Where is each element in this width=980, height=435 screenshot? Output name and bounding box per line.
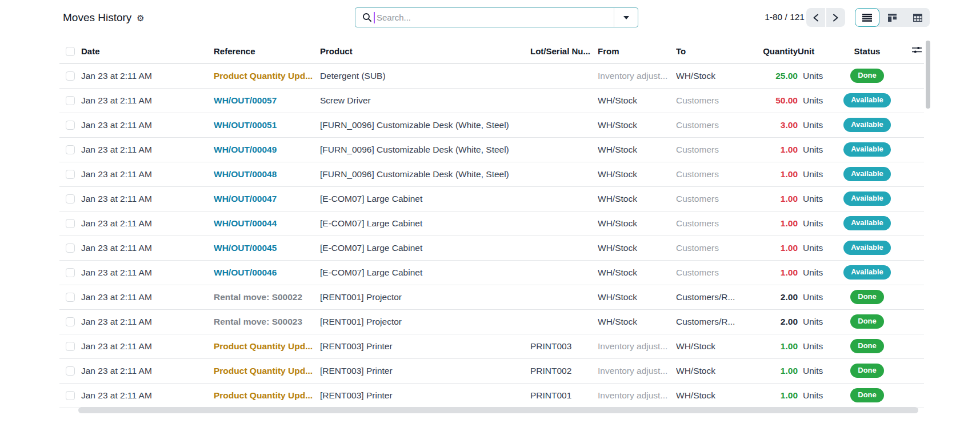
cell-reference[interactable]: Rental move: S00023 [214, 309, 320, 334]
cell-lot-serial [530, 162, 598, 186]
cell-from: WH/Stock [598, 186, 676, 211]
column-header-from[interactable]: From [598, 39, 676, 63]
cell-quantity: 50.00 [760, 88, 798, 113]
table-row[interactable]: Jan 23 at 2:11 AM Rental move: S00022 [R… [59, 285, 924, 309]
table-row[interactable]: Jan 23 at 2:11 AM Product Quantity Upd..… [59, 63, 924, 88]
cell-date: Jan 23 at 2:11 AM [81, 137, 214, 162]
row-checkbox[interactable] [66, 317, 75, 326]
column-header-status[interactable]: Status [833, 39, 901, 63]
search-bar[interactable]: Search... [355, 7, 638, 27]
table-row[interactable]: Jan 23 at 2:11 AM WH/OUT/00047 [E-COM07]… [59, 186, 924, 211]
row-checkbox[interactable] [66, 366, 75, 376]
table-row[interactable]: Jan 23 at 2:11 AM Product Quantity Upd..… [59, 358, 924, 383]
column-header-quantity[interactable]: Quantity [760, 39, 798, 63]
table-row[interactable]: Jan 23 at 2:11 AM Rental move: S00023 [R… [59, 309, 924, 334]
status-badge: Done [850, 388, 884, 402]
cell-to: Customers [676, 88, 760, 113]
cell-to: Customers [676, 211, 760, 236]
column-header-unit[interactable]: Unit [798, 39, 833, 63]
pivot-icon [913, 14, 922, 22]
table-row[interactable]: Jan 23 at 2:11 AM WH/OUT/00045 [E-COM07]… [59, 236, 924, 260]
table-row[interactable]: Jan 23 at 2:11 AM WH/OUT/00051 [FURN_009… [59, 113, 924, 137]
search-options-toggle[interactable] [614, 8, 638, 27]
row-checkbox[interactable] [66, 391, 75, 400]
cell-date: Jan 23 at 2:11 AM [81, 358, 214, 383]
cell-quantity: 1.00 [760, 162, 798, 186]
row-checkbox[interactable] [66, 293, 75, 302]
row-checkbox[interactable] [66, 71, 75, 81]
cell-date: Jan 23 at 2:11 AM [81, 236, 214, 260]
column-header-product[interactable]: Product [320, 39, 530, 63]
pivot-view-button[interactable] [905, 8, 930, 27]
horizontal-scrollbar[interactable] [78, 407, 918, 413]
cell-reference[interactable]: Product Quantity Upd... [214, 334, 320, 358]
reference-link[interactable]: Product Quantity Upd... [214, 366, 313, 376]
cell-reference[interactable]: WH/OUT/00047 [214, 186, 320, 211]
reference-link[interactable]: Product Quantity Upd... [214, 341, 313, 351]
table-row[interactable]: Jan 23 at 2:11 AM WH/OUT/00049 [FURN_009… [59, 137, 924, 162]
reference-link[interactable]: WH/OUT/00051 [214, 120, 277, 130]
row-checkbox[interactable] [66, 342, 75, 351]
table-row[interactable]: Jan 23 at 2:11 AM WH/OUT/00057 Screw Dri… [59, 88, 924, 113]
optional-columns-icon[interactable] [912, 46, 922, 54]
reference-link[interactable]: Rental move: S00023 [214, 317, 302, 326]
search-input[interactable]: Search... [355, 8, 614, 27]
reference-link[interactable]: Product Quantity Upd... [214, 71, 313, 81]
cell-reference[interactable]: Rental move: S00022 [214, 285, 320, 309]
table-row[interactable]: Jan 23 at 2:11 AM Product Quantity Upd..… [59, 334, 924, 358]
cell-reference[interactable]: WH/OUT/00046 [214, 260, 320, 285]
cell-reference[interactable]: WH/OUT/00048 [214, 162, 320, 186]
column-header-date[interactable]: Date [81, 39, 214, 63]
cell-reference[interactable]: WH/OUT/00045 [214, 236, 320, 260]
pager-next-button[interactable] [826, 8, 845, 27]
status-badge: Available [843, 241, 891, 254]
row-checkbox[interactable] [66, 268, 75, 277]
cell-date: Jan 23 at 2:11 AM [81, 285, 214, 309]
cell-reference[interactable]: Product Quantity Upd... [214, 358, 320, 383]
pager [806, 8, 845, 27]
reference-link[interactable]: WH/OUT/00047 [214, 194, 277, 203]
cell-reference[interactable]: WH/OUT/00049 [214, 137, 320, 162]
table-row[interactable]: Jan 23 at 2:11 AM WH/OUT/00046 [E-COM07]… [59, 260, 924, 285]
column-header-to[interactable]: To [676, 39, 760, 63]
table-row[interactable]: Jan 23 at 2:11 AM WH/OUT/00044 [E-COM07]… [59, 211, 924, 236]
cell-reference[interactable]: Product Quantity Upd... [214, 383, 320, 408]
reference-link[interactable]: WH/OUT/00048 [214, 169, 277, 179]
list-icon [862, 14, 872, 22]
cell-reference[interactable]: Product Quantity Upd... [214, 63, 320, 88]
reference-link[interactable]: Product Quantity Upd... [214, 390, 313, 400]
reference-link[interactable]: WH/OUT/00044 [214, 218, 277, 228]
pager-previous-button[interactable] [806, 8, 825, 27]
row-checkbox[interactable] [66, 244, 75, 253]
reference-link[interactable]: WH/OUT/00045 [214, 243, 277, 253]
column-header-reference[interactable]: Reference [214, 39, 320, 63]
gear-icon[interactable]: ⚙ [137, 14, 144, 22]
cell-product: [RENT001] Projector [320, 309, 530, 334]
list-view-button[interactable] [855, 8, 879, 27]
reference-link[interactable]: Rental move: S00022 [214, 292, 302, 302]
cell-unit: Units [798, 63, 833, 88]
reference-link[interactable]: WH/OUT/00046 [214, 268, 277, 277]
row-checkbox[interactable] [66, 96, 75, 105]
cell-product: Detergent (SUB) [320, 63, 530, 88]
select-all-checkbox[interactable] [66, 47, 75, 56]
row-checkbox[interactable] [66, 194, 75, 203]
cell-date: Jan 23 at 2:11 AM [81, 186, 214, 211]
cell-reference[interactable]: WH/OUT/00057 [214, 88, 320, 113]
cell-spacer [901, 162, 924, 186]
kanban-view-button[interactable] [880, 8, 905, 27]
column-header-lot-serial[interactable]: Lot/Serial Nu... [530, 39, 598, 63]
cell-reference[interactable]: WH/OUT/00044 [214, 211, 320, 236]
table-row[interactable]: Jan 23 at 2:11 AM Product Quantity Upd..… [59, 383, 924, 408]
reference-link[interactable]: WH/OUT/00057 [214, 95, 277, 105]
cell-reference[interactable]: WH/OUT/00051 [214, 113, 320, 137]
row-checkbox[interactable] [66, 219, 75, 228]
table-row[interactable]: Jan 23 at 2:11 AM WH/OUT/00048 [FURN_009… [59, 162, 924, 186]
row-checkbox[interactable] [66, 170, 75, 179]
search-icon [362, 13, 372, 22]
row-checkbox[interactable] [66, 121, 75, 130]
row-checkbox[interactable] [66, 145, 75, 154]
vertical-scrollbar[interactable] [926, 41, 930, 109]
cell-from: WH/Stock [598, 309, 676, 334]
reference-link[interactable]: WH/OUT/00049 [214, 145, 277, 154]
